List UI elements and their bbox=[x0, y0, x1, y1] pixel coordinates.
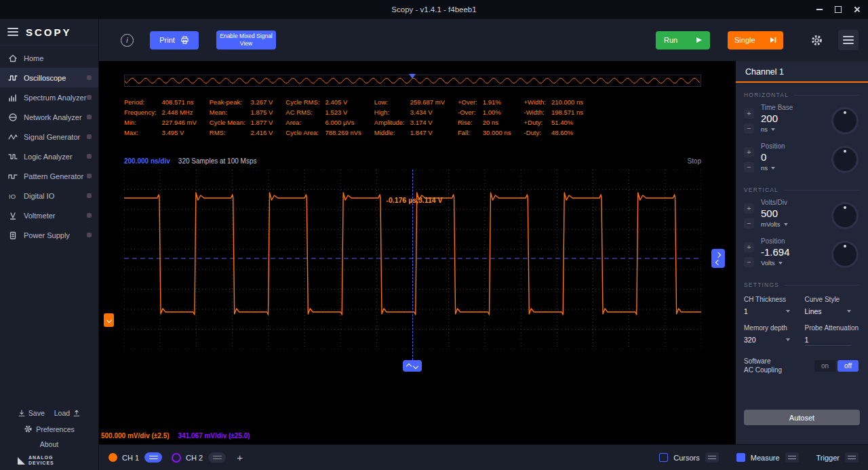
close-icon[interactable] bbox=[853, 5, 861, 14]
add-channel-button[interactable]: + bbox=[237, 452, 243, 463]
chevron-right-icon bbox=[106, 317, 111, 323]
cursors-checkbox[interactable] bbox=[659, 453, 668, 462]
sidebar-item-digital-io[interactable]: IO Digital IO bbox=[0, 186, 98, 205]
volts-div-unit-dropdown[interactable]: mVolts bbox=[761, 220, 831, 228]
tool-stop-led[interactable] bbox=[87, 193, 92, 198]
measure-checkbox[interactable] bbox=[736, 453, 745, 462]
volts-div-decrement-button[interactable]: − bbox=[744, 218, 754, 229]
volts-div-knob[interactable] bbox=[831, 202, 859, 229]
digital-io-icon: IO bbox=[7, 191, 18, 201]
trigger-level-handle[interactable] bbox=[711, 249, 725, 268]
measurement-label: Period: bbox=[124, 97, 157, 107]
adi-triangle-icon bbox=[18, 457, 25, 465]
ch1-offset-handle[interactable] bbox=[104, 313, 114, 327]
tool-stop-led[interactable] bbox=[87, 213, 92, 218]
tool-stop-led[interactable] bbox=[87, 75, 92, 80]
h-position-value[interactable]: 0 bbox=[761, 151, 831, 163]
plot-info-row: 200.000 ns/div 320 Samples at 100 Msps S… bbox=[124, 157, 701, 165]
timebase-value[interactable]: 200 bbox=[761, 113, 831, 124]
sidebar-item-network-analyzer[interactable]: Network Analyzer bbox=[0, 107, 98, 127]
trigger-settings-icon[interactable] bbox=[845, 452, 859, 463]
svg-text:IO: IO bbox=[9, 193, 16, 200]
measurement-value: 259.687 mV bbox=[410, 97, 445, 107]
h-position-decrement-button[interactable]: − bbox=[744, 162, 754, 172]
sidebar-item-power-supply[interactable]: Power Supply bbox=[0, 225, 98, 245]
ch-thickness-dropdown[interactable]: 1 bbox=[744, 307, 790, 315]
toolbar: i Print Enable Mixed Signal View Run Sin… bbox=[99, 19, 868, 61]
timebase-unit-dropdown[interactable]: ns bbox=[761, 125, 831, 133]
timebase-increment-button[interactable]: + bbox=[744, 109, 754, 119]
volts-div-control-label: Volts/Div bbox=[761, 199, 831, 206]
tool-stop-led[interactable] bbox=[87, 115, 92, 119]
sidebar-item-oscilloscope[interactable]: Oscilloscope bbox=[0, 68, 98, 87]
chevron-down-icon bbox=[847, 310, 851, 313]
sidebar: SCOPY Home Oscilloscope Spectrum Analyze… bbox=[0, 19, 99, 470]
settings-gear-icon[interactable] bbox=[810, 34, 823, 47]
ac-coupling-off-option[interactable]: off bbox=[837, 360, 859, 372]
ch2-enable-dot[interactable] bbox=[172, 453, 181, 463]
v-position-increment-button[interactable]: + bbox=[744, 242, 754, 252]
tool-stop-led[interactable] bbox=[87, 233, 92, 237]
print-button[interactable]: Print bbox=[150, 31, 199, 50]
h-position-unit-dropdown[interactable]: ns bbox=[761, 164, 831, 172]
cursors-label[interactable]: Cursors bbox=[673, 454, 700, 462]
tool-stop-led[interactable] bbox=[87, 174, 92, 178]
minimize-icon[interactable] bbox=[815, 5, 823, 14]
cursors-settings-icon[interactable] bbox=[705, 452, 719, 463]
ch1-enable-dot[interactable] bbox=[108, 453, 117, 462]
v-position-value[interactable]: -1.694 bbox=[761, 246, 831, 258]
timebase-decrement-button[interactable]: − bbox=[744, 123, 754, 134]
tool-stop-led[interactable] bbox=[87, 134, 92, 139]
measurement-value: 3.174 V bbox=[410, 117, 445, 128]
restore-icon[interactable] bbox=[834, 5, 842, 14]
measure-settings-icon[interactable] bbox=[785, 452, 799, 463]
autoset-button[interactable]: Autoset bbox=[744, 410, 860, 425]
h-position-knob[interactable] bbox=[831, 146, 859, 173]
enable-mixed-signal-button[interactable]: Enable Mixed Signal View bbox=[216, 31, 276, 50]
memory-depth-dropdown[interactable]: 320 bbox=[744, 336, 790, 344]
trigger-label[interactable]: Trigger bbox=[816, 454, 840, 462]
play-icon bbox=[696, 37, 702, 43]
ch2-settings-button[interactable] bbox=[208, 452, 226, 463]
time-position-handle[interactable] bbox=[403, 360, 422, 372]
preferences-button[interactable]: Preferences bbox=[0, 425, 98, 433]
single-label: Single bbox=[734, 36, 755, 44]
timebase-knob[interactable] bbox=[831, 107, 859, 134]
time-cursor-line[interactable] bbox=[412, 170, 413, 360]
v-position-unit-dropdown[interactable]: Volts bbox=[761, 259, 831, 267]
probe-attenuation-input[interactable]: 1 bbox=[805, 336, 851, 346]
curve-style-dropdown[interactable]: Lines bbox=[805, 307, 851, 315]
single-button[interactable]: Single bbox=[728, 31, 783, 50]
save-button[interactable]: Save bbox=[18, 409, 45, 417]
tool-stop-led[interactable] bbox=[87, 154, 92, 159]
sidebar-item-home[interactable]: Home bbox=[0, 48, 98, 68]
volts-div-increment-button[interactable]: + bbox=[744, 203, 754, 214]
v-position-decrement-button[interactable]: − bbox=[744, 257, 754, 267]
measurements-column: +Over:1.91%-Over:1.00%Rise:20 nsFall:30.… bbox=[458, 97, 511, 138]
info-icon[interactable]: i bbox=[121, 34, 134, 47]
sidebar-item-logic-analyzer[interactable]: Logic Analyzer bbox=[0, 146, 98, 166]
h-position-increment-button[interactable]: + bbox=[744, 147, 754, 157]
window-controls bbox=[815, 0, 861, 19]
ch-thickness-setting: CH Thickness 1 bbox=[744, 296, 798, 315]
ch2-label[interactable]: CH 2 bbox=[186, 454, 203, 462]
load-button[interactable]: Load bbox=[54, 409, 81, 417]
measure-label[interactable]: Measure bbox=[751, 454, 780, 462]
sidebar-item-spectrum-analyzer[interactable]: Spectrum Analyzer bbox=[0, 87, 98, 107]
menu-icon[interactable] bbox=[7, 28, 18, 36]
measurement-label: High: bbox=[374, 107, 405, 117]
menu-toggle-icon[interactable] bbox=[838, 30, 859, 50]
volts-div-value[interactable]: 500 bbox=[761, 208, 831, 219]
sidebar-item-signal-generator[interactable]: Signal Generator bbox=[0, 127, 98, 146]
sidebar-item-voltmeter[interactable]: Voltmeter bbox=[0, 205, 98, 225]
tool-stop-led[interactable] bbox=[87, 95, 92, 100]
sidebar-item-label: Logic Analyzer bbox=[24, 153, 73, 161]
ch1-label[interactable]: CH 1 bbox=[122, 454, 139, 462]
ac-coupling-on-option[interactable]: on bbox=[814, 360, 835, 372]
v-position-knob[interactable] bbox=[831, 241, 859, 268]
about-link[interactable]: About bbox=[0, 440, 98, 448]
sidebar-item-pattern-generator[interactable]: Pattern Generator bbox=[0, 166, 98, 186]
overview-cursor-marker[interactable] bbox=[409, 74, 416, 79]
ch1-settings-button[interactable] bbox=[144, 452, 162, 463]
run-button[interactable]: Run bbox=[656, 31, 710, 50]
